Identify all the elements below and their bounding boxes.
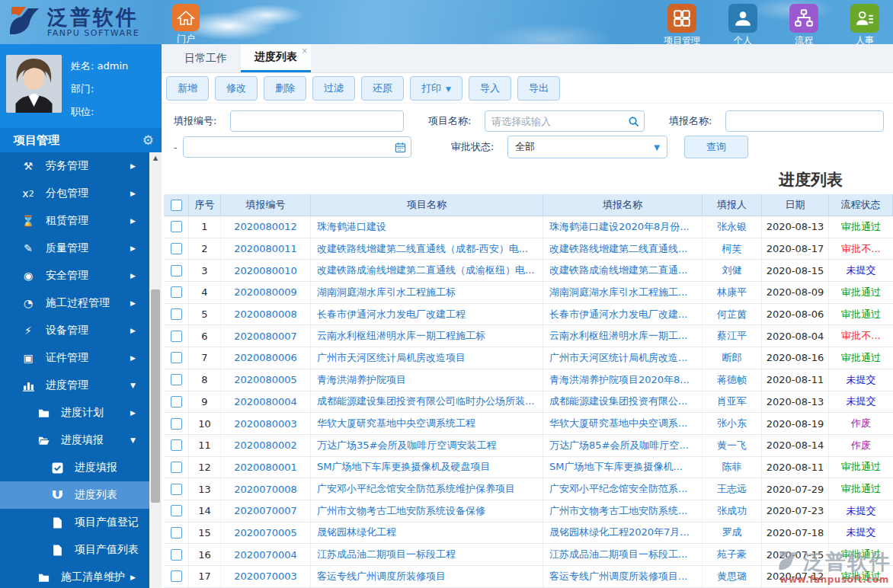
cell-project-name[interactable]: 长春市伊通河水力发电厂改建工程 <box>311 304 543 325</box>
print-button[interactable]: 打印▼ <box>410 76 463 101</box>
search-icon[interactable] <box>628 116 639 127</box>
query-button[interactable]: 查询 <box>684 136 748 158</box>
row-checkbox[interactable] <box>171 396 182 407</box>
sidebar-item-project-output-list[interactable]: 项目产值列表 <box>0 536 149 564</box>
cell-project-name[interactable]: 成都能源建设集团投资有限公司临时办公场所装... <box>311 391 543 413</box>
sidebar-item-progress-report[interactable]: 进度填报▼ <box>0 427 149 454</box>
sidebar-scrollbar[interactable]: ▲ <box>149 152 162 588</box>
cell-project-name[interactable]: 珠海鹤港口建设 <box>311 216 543 238</box>
row-checkbox[interactable] <box>171 505 182 516</box>
cell-project-name[interactable]: 广州市天河区统计局机房改造项目 <box>311 347 543 369</box>
cell-report-name[interactable]: 广州市文物考古工地安防系统... <box>543 500 703 522</box>
nav-hr[interactable]: 人事 <box>840 4 890 47</box>
row-checkbox[interactable] <box>171 484 182 495</box>
scroll-up-icon[interactable]: ▲ <box>149 152 162 165</box>
sidebar-item-lease-mgmt[interactable]: ⌛租赁管理▶ <box>0 207 149 235</box>
row-checkbox[interactable] <box>171 352 182 363</box>
cell-project-name[interactable]: 改建铁路成渝线增建第二直通线（成渝枢纽）电... <box>311 260 543 281</box>
row-checkbox[interactable] <box>171 570 182 582</box>
cell-report-name[interactable]: 珠海鹤港口建设2020年8月份... <box>543 216 703 238</box>
cell-project-name[interactable]: 江苏成品油二期项目一标段工程 <box>311 544 543 565</box>
export-button[interactable]: 导出 <box>517 76 560 101</box>
cell-project-name[interactable]: 客运专线广州调度所装修项目 <box>311 566 543 587</box>
cell-report-no[interactable]: 2020080008 <box>221 304 311 325</box>
cell-report-no[interactable]: 2020070005 <box>221 522 311 544</box>
cell-report-no[interactable]: 2020080003 <box>221 413 311 434</box>
cell-report-no[interactable]: 2020080012 <box>221 216 311 238</box>
project-name-input[interactable] <box>485 110 645 132</box>
nav-project-mgmt[interactable]: 项目管理 <box>657 4 707 47</box>
nav-portal[interactable]: 门户 <box>171 4 201 46</box>
cell-report-name[interactable]: 广安邓小平纪念馆安全防范系... <box>543 478 703 500</box>
sidebar-item-progress-list[interactable]: 进度列表 <box>0 481 149 509</box>
cell-report-no[interactable]: 2020070007 <box>221 500 311 522</box>
cell-project-name[interactable]: 晟铭园林绿化工程 <box>311 522 543 544</box>
sidebar-item-quality-mgmt[interactable]: ✎质量管理▶ <box>0 235 149 262</box>
cell-report-no[interactable]: 2020080007 <box>221 325 311 347</box>
row-checkbox[interactable] <box>171 243 182 254</box>
cell-report-name[interactable]: SM广场地下车库更换摄像机... <box>543 457 703 478</box>
cell-report-no[interactable]: 2020070004 <box>221 544 311 565</box>
cell-report-no[interactable]: 2020080006 <box>221 347 311 369</box>
cell-project-name[interactable]: 广州市文物考古工地安防系统设备保修 <box>311 500 543 522</box>
cell-report-no[interactable]: 2020070008 <box>221 478 311 500</box>
cell-report-name[interactable]: 云南水利枢纽潜明水库一期工... <box>543 325 703 347</box>
select-all-checkbox[interactable] <box>171 200 182 211</box>
row-checkbox[interactable] <box>171 462 182 473</box>
sidebar-item-safety-mgmt[interactable]: ◉安全管理▶ <box>0 262 149 289</box>
cell-project-name[interactable]: 华软大厦研究基地中央空调系统工程 <box>311 413 543 434</box>
cell-report-name[interactable]: 客运专线广州调度所装修项目... <box>543 566 703 587</box>
import-button[interactable]: 导入 <box>469 76 511 101</box>
cell-report-no[interactable]: 2020080004 <box>221 391 311 413</box>
edit-button[interactable]: 修改 <box>215 76 258 101</box>
report-no-input[interactable] <box>230 110 404 132</box>
cell-report-no[interactable]: 2020080001 <box>221 457 311 478</box>
cell-report-no[interactable]: 2020080002 <box>221 435 311 456</box>
sidebar-item-labor-mgmt[interactable]: ⚒劳务管理▶ <box>0 152 149 180</box>
calendar-icon[interactable] <box>395 142 406 153</box>
close-icon[interactable]: × <box>302 46 308 55</box>
cell-report-no[interactable]: 2020080005 <box>221 369 311 391</box>
cell-report-no[interactable]: 2020080011 <box>221 238 311 260</box>
sidebar-item-progress-plan[interactable]: 进度计划▶ <box>0 399 149 427</box>
row-checkbox[interactable] <box>171 286 182 298</box>
row-checkbox[interactable] <box>171 418 182 430</box>
cell-report-name[interactable]: 长春市伊通河水力发电厂改建... <box>543 304 703 325</box>
cell-project-name[interactable]: 云南水利枢纽潜明水库一期工程施工标 <box>311 325 543 347</box>
cell-project-name[interactable]: SM广场地下车库更换摄像机及硬盘项目 <box>311 457 543 478</box>
cell-project-name[interactable]: 广安邓小平纪念馆安全防范系统维护保养项目 <box>311 478 543 500</box>
row-checkbox[interactable] <box>171 221 182 232</box>
row-checkbox[interactable] <box>171 527 182 538</box>
cell-report-name[interactable]: 华软大厦研究基地中央空调系... <box>543 413 703 434</box>
report-name-input[interactable] <box>725 110 884 132</box>
sidebar-item-progress-report-entry[interactable]: 进度填报 <box>0 454 149 481</box>
cell-report-name[interactable]: 青海洪湖养护院项目2020年8... <box>543 369 703 391</box>
cell-project-name[interactable]: 万达广场35#会所及咖啡厅空调安装工程 <box>311 435 543 456</box>
cell-report-name[interactable]: 晟铭园林绿化工程2020年7月... <box>543 522 703 544</box>
tab-daily-work[interactable]: 日常工作 <box>171 44 241 72</box>
cell-report-no[interactable]: 2020080009 <box>221 282 311 303</box>
cell-project-name[interactable]: 湖南洞庭湖水库引水工程施工标 <box>311 282 543 303</box>
cell-report-name[interactable]: 湖南洞庭湖水库引水工程施工... <box>543 282 703 303</box>
restore-button[interactable]: 还原 <box>361 76 404 101</box>
sidebar-item-subcontract-mgmt[interactable]: x2分包管理▶ <box>0 180 149 207</box>
cell-report-name[interactable]: 广州市天河区统计局机房改造... <box>543 347 703 369</box>
row-checkbox[interactable] <box>171 374 182 385</box>
row-checkbox[interactable] <box>171 439 182 451</box>
row-checkbox[interactable] <box>171 331 182 342</box>
gear-icon[interactable]: ⚙ <box>142 133 154 148</box>
cell-project-name[interactable]: 改建铁路线增建第二线直通线（成都-西安）电... <box>311 238 543 260</box>
sidebar-item-progress-mgmt[interactable]: 进度管理▼ <box>0 372 149 399</box>
add-button[interactable]: 新增 <box>166 76 209 101</box>
cell-report-no[interactable]: 2020070003 <box>221 566 311 587</box>
scrollbar-thumb[interactable] <box>151 289 160 503</box>
cell-project-name[interactable]: 青海洪湖养护院项目 <box>311 369 543 391</box>
sidebar-item-equipment-mgmt[interactable]: ⚡设备管理▶ <box>0 317 149 344</box>
sidebar-module-header[interactable]: 项目管理 ⚙ <box>0 128 162 152</box>
delete-button[interactable]: 删除 <box>264 76 306 101</box>
cell-report-name[interactable]: 江苏成品油二期项目一标段工... <box>543 544 703 565</box>
cell-report-name[interactable]: 万达广场85#会所及咖啡厅空... <box>543 435 703 456</box>
cell-report-name[interactable]: 成都能源建设集团投资有限公... <box>543 391 703 413</box>
sidebar-item-certificate-mgmt[interactable]: ▣证件管理▶ <box>0 344 149 372</box>
nav-personal[interactable]: 个人 <box>718 4 768 47</box>
